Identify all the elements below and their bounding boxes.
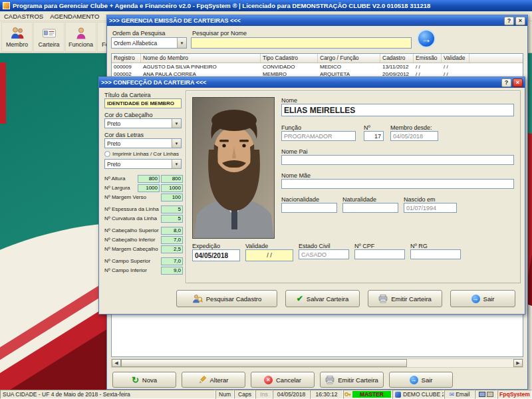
col-tipo-cadastro[interactable]: Tipo Cadastro <box>261 54 318 63</box>
col-cadastro[interactable]: Cadastro <box>380 54 414 63</box>
emission-window-title: >>> GERENCIA EMISSÃO DE CARTEIRAS <<< <box>109 17 503 24</box>
sair-button[interactable]: → Sair <box>389 372 453 388</box>
col-cargo-funcao[interactable]: Cargo / Função <box>318 54 380 63</box>
toolbar-carteira-button[interactable]: Carteira <box>33 22 65 52</box>
naturalidade-label: Naturalidade <box>342 196 376 203</box>
pesquisar-cadastro-button[interactable]: Pesquisar Cadastro <box>176 290 277 307</box>
alterar-label: Alterar <box>210 376 229 384</box>
field-margem-verso-value[interactable]: 100 <box>161 194 183 201</box>
naturalidade-input[interactable] <box>342 203 398 213</box>
card-help-button[interactable]: ? <box>501 78 511 87</box>
col-emissao[interactable]: Emissão <box>414 54 442 63</box>
printer-mini-icon <box>487 392 493 397</box>
col-registro[interactable]: Registro <box>112 54 141 63</box>
field-campo-superior-value[interactable]: 7,0 <box>161 257 183 265</box>
nome-input[interactable]: ELIAS MEIRELLES <box>281 104 514 116</box>
status-ins: Ins <box>255 390 273 399</box>
letter-color-combo[interactable]: Preto ▼ <box>104 138 182 148</box>
toolbar-funciona-label: Funciona <box>68 41 93 48</box>
toolbar-funciona-button[interactable]: Funciona <box>65 22 96 52</box>
estado-civil-input[interactable]: CASADO <box>299 249 349 259</box>
cancelar-button[interactable]: × Cancelar <box>251 372 315 388</box>
toolbar-membro-button[interactable]: Membro <box>1 22 33 52</box>
field-campo-inferior-value[interactable]: 9,0 <box>161 267 183 275</box>
nome-mae-input[interactable] <box>281 179 514 189</box>
member-photo <box>192 97 275 239</box>
search-name-input[interactable] <box>191 37 412 49</box>
scroll-left-icon[interactable]: ◀ <box>112 359 121 367</box>
chevron-down-icon: ▼ <box>177 38 186 48</box>
emitir-carteira-button[interactable]: Emitir Carteira <box>320 372 384 388</box>
funcao-input[interactable]: PROGRAMADOR <box>281 131 356 141</box>
rg-input[interactable] <box>410 249 461 259</box>
salvar-carteira-button[interactable]: ✔ Salvar Carteira <box>285 290 360 307</box>
cell-validade: / / <box>442 63 469 70</box>
nacionalidade-input[interactable] <box>281 203 337 213</box>
status-icons[interactable] <box>475 390 497 399</box>
print-lines-radio-row[interactable]: Imprimir Linhas / Cor Linhas <box>104 151 186 157</box>
validade-input[interactable]: / / <box>245 249 293 261</box>
search-order-combo[interactable]: Ordem Alfabetica ▼ <box>111 37 187 49</box>
field-altura-value-1[interactable]: 800 <box>138 175 160 183</box>
key-icon <box>344 391 351 398</box>
chevron-down-icon: ▼ <box>172 139 181 148</box>
field-largura-value-1[interactable]: 1000 <box>138 184 160 192</box>
field-margem-cabecalho-value[interactable]: 2,5 <box>161 245 183 253</box>
cpf-input[interactable] <box>354 249 405 259</box>
field-largura: Nº Largura 1000 1000 <box>104 184 183 192</box>
scroll-right-icon[interactable]: ▶ <box>513 359 523 367</box>
table-row[interactable]: 000009 AGUSTO DA SILVA PINHEIRO CONVIDAD… <box>112 63 523 70</box>
field-cabecalho-inferior-label: Nº Cabeçalho Inferior <box>104 237 160 243</box>
new-icon: ↻ <box>132 376 139 384</box>
field-curvatura-value[interactable]: 5 <box>161 215 183 223</box>
emitir-carteira-modal-button[interactable]: Emitir Carteira <box>368 290 442 307</box>
alterar-button[interactable]: Alterar <box>182 372 245 388</box>
status-brand: FpqSystem <box>497 390 532 399</box>
nascido-em-label: Nascido em <box>404 196 436 203</box>
radio-icon[interactable] <box>104 151 110 157</box>
nome-pai-input[interactable] <box>281 155 514 165</box>
search-go-button[interactable]: → <box>417 29 436 48</box>
membro-desde-label: Membro desde: <box>390 124 432 131</box>
membro-desde-input[interactable]: 04/05/2018 <box>390 131 438 141</box>
emission-help-button[interactable]: ? <box>504 17 514 25</box>
field-curvatura-label: Nº Curvatura da Linha <box>104 215 160 221</box>
card-close-button[interactable]: × <box>513 78 523 87</box>
numero-input[interactable]: 17 <box>364 131 384 141</box>
header-color-combo[interactable]: Preto ▼ <box>104 118 182 128</box>
sair-modal-button[interactable]: → Sair <box>450 290 515 307</box>
nova-label: Nova <box>142 376 157 384</box>
line-color-combo[interactable]: Preto ▼ <box>104 159 182 169</box>
field-cabecalho-superior-value[interactable]: 8,0 <box>161 227 183 235</box>
numero-label: Nº <box>364 124 370 131</box>
menu-agendamento[interactable]: AGENDAMENTO <box>50 13 99 20</box>
card-window-titlebar[interactable]: >>> CONFECÇÃO DA CARTEIRA <<< ? × <box>99 77 525 88</box>
col-filler <box>469 54 523 63</box>
client-icon <box>395 392 401 398</box>
status-email[interactable]: ✉ Email <box>444 390 475 399</box>
field-largura-value-2[interactable]: 1000 <box>161 184 183 192</box>
menu-cadastros[interactable]: CADASTROS <box>4 13 43 20</box>
emitir-carteira-modal-label: Emitir Carteira <box>391 295 432 303</box>
emission-window-titlebar[interactable]: >>> GERENCIA EMISSÃO DE CARTEIRAS <<< ? … <box>107 15 527 26</box>
scrollbar-thumb[interactable] <box>121 359 407 367</box>
nova-button[interactable]: ↻ Nova <box>112 372 176 388</box>
check-icon: ✔ <box>297 295 303 303</box>
field-altura-value-2[interactable]: 800 <box>161 175 183 183</box>
col-nome[interactable]: Nome do Membro <box>141 54 261 63</box>
field-cabecalho-inferior-value[interactable]: 7,0 <box>161 236 183 244</box>
horizontal-scrollbar[interactable]: ◀ ▶ <box>111 358 523 368</box>
col-validade[interactable]: Validade <box>442 54 469 63</box>
status-location: SUA CIDADE - UF 4 de Maio de 2018 - Sext… <box>0 390 215 399</box>
cell-cadastro: 13/11/2012 <box>380 63 414 70</box>
card-title-input[interactable]: IDENTIDADE DE MEMBRO <box>104 98 182 108</box>
field-espessura-label: Nº Espessura da Linha <box>104 206 160 212</box>
emission-close-button[interactable]: × <box>515 17 525 25</box>
scrollbar-track[interactable] <box>407 359 513 367</box>
field-espessura-value[interactable]: 5 <box>161 205 183 213</box>
app-titlebar: Programa para Gerenciar Clube + Agenda e… <box>0 0 532 11</box>
expedicao-input[interactable]: 04/05/2018 <box>192 249 240 261</box>
nascido-em-input[interactable]: 01/07/1994 <box>404 203 457 213</box>
field-espessura: Nº Espessura da Linha 5 <box>104 205 183 213</box>
funcao-label: Função <box>281 124 301 131</box>
